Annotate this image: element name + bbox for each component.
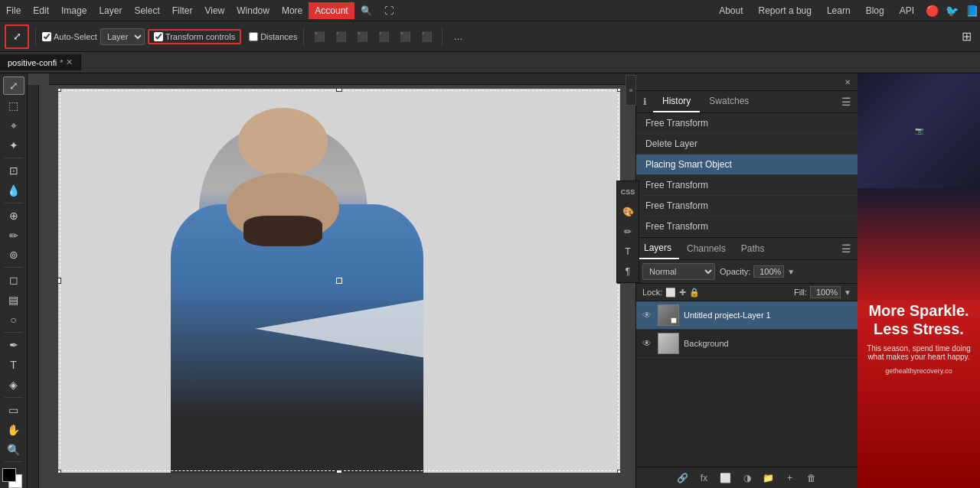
layer-0-visibility-icon[interactable]: 👁	[641, 310, 653, 320]
blend-mode-dropdown[interactable]: Normal	[642, 263, 715, 280]
gradient-tool[interactable]: ▤	[3, 291, 24, 309]
history-tab[interactable]: History	[653, 91, 700, 112]
link-layers-btn[interactable]: 🔗	[675, 470, 691, 486]
handle-br[interactable]	[617, 470, 620, 473]
search-icon[interactable]: 🔍	[354, 2, 378, 19]
more-options-btn[interactable]: …	[449, 28, 467, 46]
layer-item-0[interactable]: 👁 Untitled project-Layer 1	[636, 301, 858, 330]
rectangle-tool[interactable]: ▭	[3, 401, 24, 419]
learn-link[interactable]: Learn	[821, 2, 857, 19]
canvas-area[interactable]	[28, 73, 635, 488]
lasso-tool[interactable]: ⌖	[3, 116, 24, 135]
api-link[interactable]: API	[893, 2, 920, 19]
align-center-h-btn[interactable]: ⬛	[332, 28, 350, 46]
distances-checkbox[interactable]	[249, 32, 258, 41]
handle-bc[interactable]	[336, 470, 342, 473]
menu-window[interactable]: Window	[230, 2, 276, 19]
menu-account[interactable]: Account	[309, 2, 354, 19]
align-right-btn[interactable]: ⬛	[353, 28, 371, 46]
menu-select[interactable]: Select	[128, 2, 165, 19]
history-item-4[interactable]: Free Transform	[636, 196, 858, 216]
add-group-btn[interactable]: 📁	[761, 470, 776, 486]
menu-view[interactable]: View	[198, 2, 230, 19]
handle-tc[interactable]	[336, 89, 342, 92]
css-btn[interactable]: CSS	[619, 183, 637, 201]
history-item-5[interactable]: Free Transform	[636, 216, 858, 237]
fill-input[interactable]	[810, 286, 841, 298]
opacity-input[interactable]	[753, 265, 784, 278]
lock-artboard-icon[interactable]: 🔒	[689, 288, 700, 298]
tab-close-btn[interactable]: ✕	[66, 57, 73, 67]
about-link[interactable]: About	[713, 2, 749, 19]
expand-icon[interactable]: ⛶	[378, 2, 400, 19]
tab-positive-confi[interactable]: positive-confi * ✕	[0, 54, 81, 70]
magic-wand-tool[interactable]: ✦	[3, 136, 24, 155]
align-bottom-btn[interactable]: ⬛	[417, 28, 436, 46]
dodge-tool[interactable]: ○	[3, 311, 24, 329]
move-tool-btn[interactable]: ⤢	[8, 28, 26, 46]
report-bug-link[interactable]: Report a bug	[753, 2, 818, 19]
paragraph-btn[interactable]: ¶	[619, 262, 637, 281]
align-center-v-btn[interactable]: ⬛	[396, 28, 414, 46]
move-tool[interactable]: ⤢	[3, 76, 24, 95]
facebook-icon[interactable]: 📘	[963, 2, 980, 19]
add-adjustment-btn[interactable]: ◑	[740, 470, 755, 486]
type-tool[interactable]: T	[3, 356, 24, 374]
marquee-tool[interactable]: ⬚	[3, 96, 24, 115]
add-effect-btn[interactable]: fx	[697, 470, 712, 486]
layer-1-visibility-icon[interactable]: 👁	[641, 338, 653, 349]
history-item-2[interactable]: Placing Smart Object	[636, 155, 858, 175]
panel-toggle-btn[interactable]: «	[626, 75, 636, 106]
zoom-tool[interactable]: 🔍	[3, 441, 24, 459]
fill-dropdown-btn[interactable]: ▼	[844, 288, 851, 297]
twitter-icon[interactable]: 🐦	[943, 2, 960, 19]
layers-tab[interactable]: Layers	[636, 238, 679, 259]
channels-tab[interactable]: Channels	[679, 239, 733, 259]
layer-item-1[interactable]: 👁 Background	[636, 330, 858, 358]
swatches-tab[interactable]: Swatches	[700, 91, 758, 112]
ad-content[interactable]: More Sparkle.Less Stress. This season, s…	[858, 188, 980, 488]
hand-tool[interactable]: ✋	[3, 421, 24, 439]
handle-ml[interactable]	[58, 278, 61, 284]
history-item-1[interactable]: Delete Layer	[636, 134, 858, 155]
eraser-tool[interactable]: ◻	[3, 271, 24, 289]
handle-tr[interactable]	[617, 89, 620, 92]
clone-tool[interactable]: ⊚	[3, 246, 24, 265]
paths-tab[interactable]: Paths	[733, 239, 773, 259]
menu-filter[interactable]: Filter	[166, 2, 199, 19]
transform-controls-checkbox[interactable]	[154, 32, 163, 41]
brush-settings-btn[interactable]: ✏	[619, 223, 637, 241]
brush-tool[interactable]: ✏	[3, 226, 24, 245]
panel-close-btn[interactable]: ✕	[841, 75, 854, 89]
align-left-btn[interactable]: ⬛	[310, 28, 328, 46]
pen-tool[interactable]: ✒	[3, 336, 24, 354]
crop-tool[interactable]: ⊡	[3, 161, 24, 180]
lock-pixel-icon[interactable]: ⬜	[665, 288, 676, 298]
adjust-color-btn[interactable]: 🎨	[619, 203, 637, 221]
layer-dropdown[interactable]: Layer	[100, 28, 145, 45]
history-info-icon[interactable]: ℹ	[636, 92, 653, 112]
grid-btn[interactable]: ⊞	[957, 28, 975, 46]
menu-more[interactable]: More	[276, 2, 309, 19]
eyedropper-tool[interactable]: 💧	[3, 181, 24, 200]
opacity-dropdown-btn[interactable]: ▼	[787, 268, 795, 276]
auto-select-checkbox[interactable]	[42, 32, 51, 41]
path-select-tool[interactable]: ◈	[3, 376, 24, 394]
history-item-3[interactable]: Free Transform	[636, 175, 858, 196]
menu-layer[interactable]: Layer	[93, 2, 128, 19]
handle-tl[interactable]	[58, 89, 61, 92]
delete-layer-btn[interactable]: 🗑	[804, 470, 819, 486]
foreground-color-swatch[interactable]	[2, 468, 16, 482]
blog-link[interactable]: Blog	[860, 2, 890, 19]
transform-center-point[interactable]	[336, 278, 342, 284]
text-settings-btn[interactable]: T	[619, 242, 637, 261]
menu-file[interactable]: File	[0, 2, 27, 19]
history-item-0[interactable]: Free Transform	[636, 113, 858, 134]
align-top-btn[interactable]: ⬛	[374, 28, 393, 46]
lock-move-icon[interactable]: ✚	[679, 288, 686, 298]
reddit-icon[interactable]: 🔴	[923, 2, 940, 19]
add-layer-btn[interactable]: +	[782, 470, 798, 486]
layers-panel-menu[interactable]: ☰	[835, 239, 858, 258]
menu-image[interactable]: Image	[55, 2, 93, 19]
healing-tool[interactable]: ⊕	[3, 207, 24, 225]
